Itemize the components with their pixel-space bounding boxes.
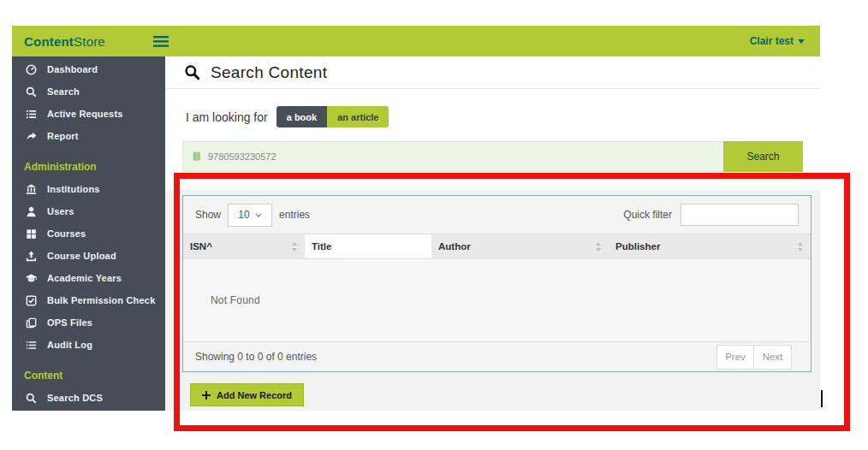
show-label: Show <box>195 209 221 221</box>
share-icon <box>24 130 39 143</box>
column-header-label: ISN^ <box>190 241 212 252</box>
page-header: Search Content <box>165 56 820 89</box>
user-menu[interactable]: Clair test <box>750 35 805 47</box>
column-header-label: Author <box>438 241 471 252</box>
sidebar-item-label: Audit Log <box>47 340 92 350</box>
book-icon <box>192 151 201 162</box>
sidebar-section-content: Content <box>12 364 165 387</box>
sidebar-item-label: Academic Years <box>47 273 122 283</box>
quick-filter-input[interactable] <box>681 204 799 226</box>
upload-icon <box>24 250 39 263</box>
column-header-title[interactable]: Title <box>305 234 431 258</box>
app-window: ContentStore Clair test Dashboard Search… <box>12 26 820 411</box>
page-size-value: 10 <box>238 209 249 221</box>
sidebar-item-label: Course Upload <box>47 251 116 261</box>
column-header-label: Publisher <box>615 241 660 252</box>
user-menu-label: Clair test <box>750 35 794 47</box>
add-new-record-button[interactable]: Add New Record <box>190 383 304 406</box>
empty-message: Not Found <box>211 294 260 306</box>
page-title: Search Content <box>211 63 327 82</box>
column-header-label: Title <box>312 241 331 252</box>
looking-for-row: I am looking for a book an article <box>186 106 389 127</box>
sidebar-item-label: OPS Files <box>47 317 92 328</box>
sidebar-item-label: Courses <box>47 228 86 239</box>
bank-icon <box>24 183 39 196</box>
brand-logo-light: Store <box>74 34 105 49</box>
copy-icon <box>24 317 39 329</box>
sort-icon <box>291 242 298 252</box>
sort-icon <box>595 242 602 252</box>
sidebar-item-search[interactable]: Search <box>12 80 165 103</box>
sidebar-item-label: Users <box>47 206 74 216</box>
sidebar-item-users[interactable]: Users <box>12 200 165 222</box>
table-body: Not Found <box>183 259 811 341</box>
sidebar-item-label: Bulk Permission Check <box>47 295 155 305</box>
search-icon <box>184 64 200 80</box>
table-header-row: ISN^ Title Author Publisher <box>183 234 811 259</box>
chevron-down-icon <box>255 213 262 217</box>
sidebar-item-institutions[interactable]: Institutions <box>12 178 165 200</box>
quick-filter-wrap: Quick filter <box>623 204 799 226</box>
sidebar-item-report[interactable]: Report <box>12 125 165 147</box>
column-header-publisher[interactable]: Publisher <box>609 234 811 258</box>
sidebar-item-course-upload[interactable]: Course Upload <box>12 245 165 267</box>
sidebar-item-bulk-permission-check[interactable]: Bulk Permission Check <box>12 289 165 311</box>
search-icon <box>24 392 39 405</box>
table-controls: Show 10 entries Quick filter <box>183 196 811 234</box>
sidebar-item-label: Search <box>47 86 80 97</box>
sidebar-item-label: Report <box>47 131 79 141</box>
sidebar-item-audit-log[interactable]: Audit Log <box>12 334 165 356</box>
sort-icon <box>797 242 804 252</box>
sidebar-section-administration: Administration <box>12 156 165 178</box>
pagination: Prev Next <box>716 345 792 370</box>
search-icon <box>24 86 39 98</box>
plus-icon <box>202 391 211 400</box>
hamburger-menu-icon[interactable] <box>153 36 169 47</box>
caret-down-icon <box>798 39 805 44</box>
sidebar: Dashboard Search Active Requests Report … <box>12 56 165 411</box>
sidebar-item-ops-files[interactable]: OPS Files <box>12 311 165 334</box>
sidebar-item-courses[interactable]: Courses <box>12 222 165 245</box>
dashboard-icon <box>24 63 39 76</box>
column-header-author[interactable]: Author <box>431 234 609 258</box>
list-icon <box>24 108 39 121</box>
next-button[interactable]: Next <box>754 345 792 370</box>
main-content: Search Content I am looking for a book a… <box>165 56 820 411</box>
sidebar-item-academic-years[interactable]: Academic Years <box>12 267 165 289</box>
user-icon <box>24 205 39 218</box>
sidebar-item-label: Active Requests <box>47 109 123 119</box>
top-navbar: ContentStore Clair test <box>12 26 820 56</box>
graduation-cap-icon <box>24 272 39 285</box>
results-panel: Show 10 entries Quick filter ISN^ Title <box>182 195 812 372</box>
toggle-a-book[interactable]: a book <box>276 106 327 127</box>
list-icon <box>24 339 39 352</box>
grid-icon <box>24 228 39 240</box>
sidebar-item-label: Dashboard <box>47 64 98 74</box>
quick-filter-label: Quick filter <box>623 209 672 221</box>
brand-logo[interactable]: ContentStore <box>24 34 105 49</box>
text-cursor-mark <box>821 390 823 407</box>
search-row: Search <box>182 141 803 172</box>
column-header-isn[interactable]: ISN^ <box>183 234 305 258</box>
looking-for-label: I am looking for <box>186 110 268 124</box>
brand-logo-bold: Content <box>24 34 74 49</box>
isbn-search-input[interactable] <box>208 151 723 162</box>
sidebar-item-label: Institutions <box>47 184 100 194</box>
search-button[interactable]: Search <box>723 141 803 172</box>
prev-button[interactable]: Prev <box>716 345 754 370</box>
sidebar-item-search-dcs[interactable]: Search DCS <box>12 387 165 409</box>
entries-label: entries <box>279 209 310 221</box>
sidebar-item-active-requests[interactable]: Active Requests <box>12 103 165 125</box>
checkbox-check-icon <box>24 294 39 307</box>
sidebar-item-dashboard[interactable]: Dashboard <box>12 58 165 80</box>
add-new-record-label: Add New Record <box>217 390 292 400</box>
sidebar-item-label: Search DCS <box>47 393 103 403</box>
entries-summary: Showing 0 to 0 of 0 entries <box>195 351 317 363</box>
isbn-input-wrap <box>182 141 723 172</box>
toggle-an-article[interactable]: an article <box>327 106 389 127</box>
page-size-select[interactable]: 10 <box>228 204 272 227</box>
table-footer: Showing 0 to 0 of 0 entries Prev Next <box>183 341 811 371</box>
